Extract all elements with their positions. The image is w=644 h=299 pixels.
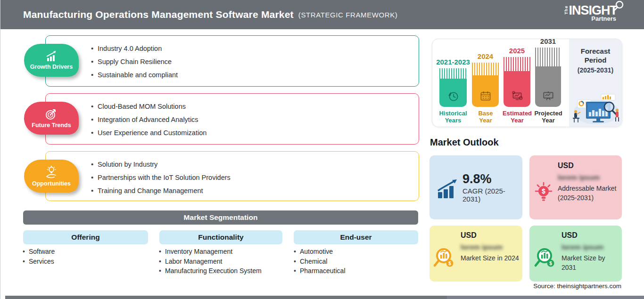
calendar-icon: [479, 89, 493, 103]
list-item: Solution by Industry: [91, 158, 419, 171]
growth-chart-icon: [44, 50, 58, 63]
list-item: Services: [23, 257, 155, 267]
redacted-value: lorem ipsum: [561, 243, 618, 251]
timeline-label-historical: Historical Years: [432, 110, 474, 124]
svg-text:$: $: [542, 187, 545, 195]
source-attribution: Source: theinsightpartners.com: [533, 283, 621, 290]
svg-text:$: $: [448, 261, 451, 266]
market-outlook-title: Market Outlook: [430, 137, 499, 148]
future-trends-badge: Future Trends: [24, 102, 79, 135]
bar-body: [535, 66, 561, 107]
magnifier-icon: [612, 0, 625, 13]
hand-bulb-icon: [44, 165, 58, 179]
redacted-value: lorem ipsum: [558, 173, 618, 181]
list-item: Partnerships with the IoT Solution Provi…: [91, 171, 419, 184]
bar-body: [439, 79, 467, 107]
year-label: 2024: [478, 52, 493, 60]
forecast-period-label: Forecast Period: [569, 47, 622, 65]
segment-pill-end-user: End-user: [294, 230, 418, 244]
card-caption: Addressable Market (2025-2031): [558, 184, 618, 202]
market-segmentation-header: Market Segmentation: [23, 210, 418, 225]
timeline-bar-projected: 2031: [535, 37, 561, 107]
list-item: Industry 4.0 Adoption: [91, 42, 419, 55]
card-heading: USD: [561, 231, 618, 240]
growth-drivers-box: Industry 4.0 Adoption Supply Chain Resil…: [45, 35, 419, 87]
projection-screen-icon: [541, 89, 555, 103]
timeline-label-base: Base Year: [473, 110, 498, 124]
bar-stripe: [439, 68, 467, 79]
logo-insight-text: INSIGHT: [569, 4, 617, 16]
timeline-bar-historical: 2021-2023: [439, 58, 467, 107]
badge-label: Future Trends: [32, 122, 71, 129]
badge-label: Opportunities: [32, 180, 71, 187]
analysis-monitor-icon: [510, 89, 524, 103]
card-heading: USD: [558, 162, 618, 170]
timeline-bar-estimated: 2025: [504, 47, 530, 107]
list-item: Sustainable and compliant: [91, 68, 419, 81]
analytics-illustration: [570, 91, 621, 125]
year-label: 2025: [509, 47, 525, 55]
forecast-timeline-panel: 2021-2023 Historical Years 2024 Base Yea: [432, 39, 622, 127]
list-item: Manufacturing Execution System: [159, 266, 296, 276]
functionality-list: Inventory Management Labor Management Ma…: [159, 247, 296, 276]
list-item: Labor Management: [159, 257, 296, 267]
year-label: 2021-2023: [436, 58, 470, 66]
list-item: Training and Change Management: [91, 184, 419, 197]
bar-body: [472, 75, 499, 107]
list-item: Supply Chain Resilience: [91, 55, 419, 68]
card-caption: Market Size in 2024: [461, 253, 519, 263]
list-item: User Experience and Customization: [91, 126, 419, 139]
forecast-period-years: (2025-2031): [569, 66, 622, 74]
badge-label: Growth Drivers: [30, 64, 73, 70]
segment-pill-functionality: Functionality: [159, 230, 282, 244]
market-size-2024-card: $ USD lorem ipsum Market Size in 2024: [429, 226, 522, 282]
opportunities-list: Solution by Industry Partnerships with t…: [46, 152, 419, 197]
list-item: Cloud-Based MOM Solutions: [91, 100, 419, 113]
logo-the-text: The: [564, 5, 569, 14]
magnifier-chart-icon: $: [533, 246, 558, 270]
list-item: Software: [23, 247, 155, 257]
page-subtitle: (STRATEGIC FRAMEWORK): [298, 11, 398, 19]
cagr-value: 9.8%: [462, 172, 522, 186]
forecast-period-panel: Forecast Period (2025-2031): [569, 39, 622, 127]
magnifier-chart-icon: $: [432, 246, 457, 270]
market-size-2031-card: $ USD lorem ipsum Market Size by 2031: [529, 226, 622, 282]
future-trends-list: Cloud-Based MOM Solutions Integration of…: [46, 94, 419, 139]
page-title: Manufacturing Operations Management Soft…: [23, 9, 294, 20]
list-item: Inventory Management: [159, 247, 296, 257]
timeline-label-projected: Projected Year: [532, 110, 564, 124]
card-heading: USD: [461, 231, 519, 240]
list-item: Integration of Advanced Analytics: [91, 113, 419, 126]
segment-pill-offering: Offering: [23, 230, 148, 244]
future-trends-box: Cloud-Based MOM Solutions Integration of…: [45, 93, 419, 145]
offering-list: Software Services: [23, 247, 155, 266]
bar-body: [504, 71, 530, 107]
redacted-value: lorem ipsum: [461, 243, 519, 251]
opportunities-box: Solution by Industry Partnerships with t…: [45, 151, 419, 201]
list-item: Chemical: [294, 257, 421, 267]
list-item: Automotive: [294, 247, 421, 257]
history-clock-icon: [446, 89, 460, 103]
svg-text:$: $: [549, 261, 552, 266]
year-label: 2031: [540, 37, 556, 45]
cagr-caption: CAGR (2025-2031): [462, 187, 522, 203]
bar-stripe: [472, 63, 499, 75]
end-user-list: Automotive Chemical Pharmaceutical: [294, 247, 421, 276]
header-bar: Manufacturing Operations Management Soft…: [0, 0, 644, 29]
growth-drivers-list: Industry 4.0 Adoption Supply Chain Resil…: [46, 36, 419, 81]
growth-drivers-badge: Growth Drivers: [24, 44, 79, 77]
timeline-label-estimated: Estimated Year: [499, 110, 535, 124]
dollar-bulb-icon: $: [533, 180, 554, 204]
addressable-market-card: $ USD lorem ipsum Addressable Market (20…: [529, 155, 622, 219]
opportunities-badge: Opportunities: [24, 160, 79, 193]
cagr-card: 9.8% CAGR (2025-2031): [429, 155, 522, 219]
card-caption: Market Size by 2031: [561, 253, 618, 272]
bar-chart-arrow-icon: [436, 178, 459, 200]
list-item: Pharmaceutical: [294, 266, 421, 276]
target-dart-icon: [44, 108, 58, 121]
bottom-bar-light-segment: [447, 296, 644, 299]
timeline-bar-base: 2024: [472, 52, 499, 107]
bar-stripe: [504, 57, 530, 71]
bar-stripe: [535, 48, 561, 66]
insight-partners-logo: The INSIGHT Partners: [561, 4, 617, 22]
